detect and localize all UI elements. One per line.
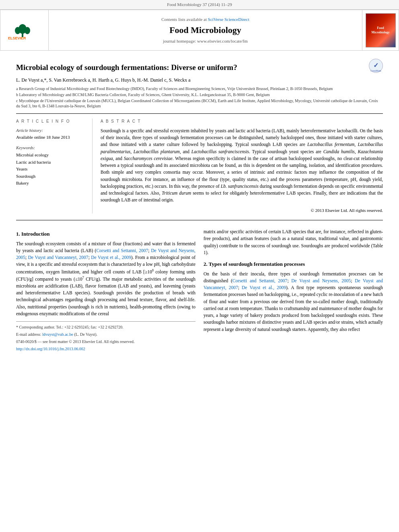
intro-title: Introduction <box>21 231 50 237</box>
header-area: ELSEVIER Contents lists available at Sci… <box>0 10 399 51</box>
section2-heading: 2. Types of sourdough fermentation proce… <box>204 260 383 268</box>
keyword-1: Microbial ecology <box>16 152 86 159</box>
section2-title: Types of sourdough fermentation processe… <box>209 261 305 267</box>
header-left: ELSEVIER <box>0 10 49 50</box>
divider-2 <box>16 220 383 220</box>
abstract-body: Sourdough is a specific and stressful ec… <box>101 128 383 203</box>
keyword-2: Lactic acid bacteria <box>16 159 86 166</box>
abstract-copyright: © 2013 Elsevier Ltd. All rights reserved… <box>101 207 383 214</box>
available-online: Available online 18 June 2013 <box>16 134 86 140</box>
svg-text:ELSEVIER: ELSEVIER <box>8 36 26 40</box>
keyword-3: Yeasts <box>16 166 86 173</box>
journal-citation: Food Microbiology 37 (2014) 11–29 <box>167 2 232 7</box>
affiliation-c: c Mycothèque de l'Université catholique … <box>16 98 383 109</box>
body-columns: 1. Introduction The sourdough ecosystem … <box>16 228 383 353</box>
svg-point-2 <box>15 27 21 34</box>
body-right-col: matrix and/or specific activities of cer… <box>204 228 383 353</box>
intro-number: 1. <box>16 231 20 237</box>
footnote-email: E-mail address: ldvuyst@vub.ac.be (L. De… <box>16 331 195 337</box>
sciverse-link[interactable]: SciVerse ScienceDirect <box>208 17 249 22</box>
section2-text: On the basis of their inocula, three typ… <box>204 271 383 333</box>
ref-devuyst-2009[interactable]: De Vuyst et al., 2009 <box>91 255 131 260</box>
crossmark-icon: ✓ CrossMark <box>369 59 383 73</box>
footnote-doi: http://dx.doi.org/10.1016/j.fm.2013.06.0… <box>16 346 195 352</box>
title-row: Microbial ecology of sourdough fermentat… <box>16 59 383 77</box>
email-link[interactable]: ldvuyst@vub.ac.be <box>42 332 73 337</box>
body-left-col: 1. Introduction The sourdough ecosystem … <box>16 228 195 353</box>
article-title: Microbial ecology of sourdough fermentat… <box>16 63 237 73</box>
keyword-4: Sourdough <box>16 173 86 180</box>
intro-heading: 1. Introduction <box>16 230 195 238</box>
affiliations: a Research Group of Industrial Microbiol… <box>16 86 383 109</box>
section2-number: 2. <box>204 261 208 267</box>
journal-cover-image: Food Microbiology <box>366 13 396 47</box>
keyword-5: Bakery <box>16 180 86 187</box>
journal-bar: Food Microbiology 37 (2014) 11–29 <box>0 0 399 10</box>
abstract-label: A B S T R A C T <box>101 119 383 124</box>
ref2-corsetti[interactable]: Corsetti and Settanni, 2007 <box>232 278 288 283</box>
doi-link[interactable]: http://dx.doi.org/10.1016/j.fm.2013.06.0… <box>16 347 85 351</box>
svg-text:✓: ✓ <box>373 62 378 69</box>
authors: L. De Vuyst a,*, S. Van Kerrebroeck a, H… <box>16 77 383 84</box>
keywords-list: Microbial ecology Lactic acid bacteria Y… <box>16 152 86 187</box>
abstract-column: A B S T R A C T Sourdough is a specific … <box>101 119 383 214</box>
abstract-text: Sourdough is a specific and stressful ec… <box>101 127 383 214</box>
keywords-label: Keywords: <box>16 145 86 151</box>
affiliation-b: b Laboratory of Microbiology and BCCM/LM… <box>16 92 383 97</box>
svg-text:CrossMark: CrossMark <box>370 70 381 72</box>
elsevier-logo-icon: ELSEVIER <box>6 20 43 40</box>
divider-1 <box>16 113 383 114</box>
footnote-issn: 0740-0020/$ — see front matter © 2013 El… <box>16 339 195 345</box>
article-info-label: A R T I C L E I N F O <box>16 119 86 124</box>
ref-corsetti-2007[interactable]: Corsetti and Settanni, 2007 <box>96 248 148 253</box>
sciverse-line: Contents lists available at SciVerse Sci… <box>161 16 249 23</box>
article-meta-row: A R T I C L E I N F O Article history: A… <box>16 119 383 214</box>
svg-point-3 <box>25 27 30 34</box>
journal-homepage: journal homepage: www.elsevier.com/locat… <box>163 38 248 44</box>
journal-title-header: Food Microbiology <box>169 24 241 37</box>
header-right: Food Microbiology <box>362 10 399 50</box>
footnote-star: * Corresponding author. Tel.: +32 2 6293… <box>16 324 195 330</box>
ref-devuyst-vancanneyt[interactable]: De Vuyst and Vancanneyt, 2007 <box>28 255 88 260</box>
right-para-1: matrix and/or specific activities of cer… <box>204 228 383 256</box>
ref2-devuyst-2009[interactable]: De Vuyst et al., 2009 <box>242 285 286 290</box>
intro-paragraph-1: The sourdough ecosystem consists of a mi… <box>16 240 195 317</box>
article-info-column: A R T I C L E I N F O Article history: A… <box>16 119 93 214</box>
affiliation-a: a Research Group of Industrial Microbiol… <box>16 86 383 91</box>
footnote-area: * Corresponding author. Tel.: +32 2 6293… <box>16 321 195 352</box>
main-content: Microbial ecology of sourdough fermentat… <box>0 51 399 361</box>
header-center: Contents lists available at SciVerse Sci… <box>49 10 362 50</box>
history-label: Article history: <box>16 127 86 134</box>
ref2-devuyst-neysens[interactable]: De Vuyst and Neysens, 2005 <box>291 278 351 283</box>
